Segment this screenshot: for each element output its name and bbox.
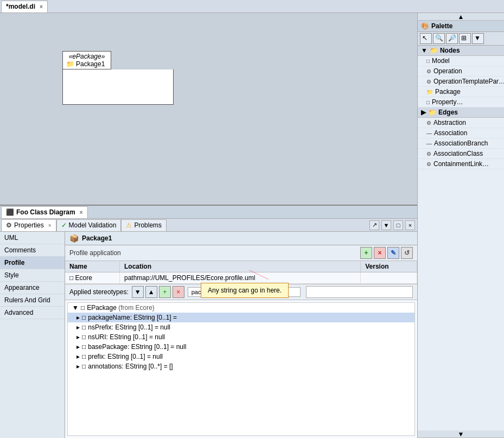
properties-label: Properties (14, 221, 44, 229)
stereo-value-display[interactable] (306, 286, 413, 298)
properties-tab-bar: ⚙ Properties × ✓ Model Validation ⚠ Prob… (0, 219, 417, 232)
properties-tab-close[interactable]: × (48, 223, 52, 228)
scroll-down-icon: ▼ (458, 430, 464, 438)
expand-icon-0: ▼ (72, 304, 79, 312)
tree-label-6: annotations: EString [0..*] = [] (88, 363, 173, 370)
stereo-tree-area: ▼ □ EPackage (from Ecore) ▸ □ packageNam… (65, 300, 417, 438)
stereo-label: Applied stereotypes: (69, 288, 129, 296)
property-label: Property… (432, 98, 463, 106)
model-di-tab[interactable]: *model.di × (1, 1, 48, 12)
assocclass-icon: ⚙ (426, 151, 431, 157)
problems-label: Problems (134, 221, 162, 229)
profile-refresh-btn[interactable]: ↺ (401, 247, 413, 259)
tree-label-3: nsURI: EString [0..1] = null (88, 333, 165, 341)
diagram-canvas-area[interactable]: «ePackage» 📁 Package1 (0, 13, 417, 205)
tab-minimize-btn[interactable]: □ (393, 220, 403, 230)
tree-label-4: basePackage: EString [0..1] = null (88, 343, 186, 351)
style-label: Style (4, 271, 19, 279)
palette-item-optemplate[interactable]: ⚙ OperationTemplatePar… (418, 77, 504, 87)
profile-label: Profile (4, 259, 24, 266)
tab-properties[interactable]: ⚙ Properties × (1, 219, 56, 231)
package-title-name: Package1 (82, 234, 112, 242)
palette-item-model[interactable]: □ Model (418, 56, 504, 66)
tab-icon-buttons: ↗ ▼ □ × (369, 220, 417, 230)
sidebar-item-rulers[interactable]: Rulers And Grid (0, 294, 65, 307)
operation-label: Operation (433, 67, 462, 75)
tree-item-epackage[interactable]: ▼ □ EPackage (from Ecore) (68, 303, 414, 313)
edges-label: Edges (438, 109, 458, 116)
palette-item-assocbranch[interactable]: — AssociationBranch (418, 138, 504, 149)
palette-item-operation[interactable]: ⚙ Operation (418, 66, 504, 77)
package-palette-label: Package (435, 88, 461, 96)
palette-zoomin-btn[interactable]: 🔍 (433, 33, 445, 44)
foo-class-diagram-close[interactable]: × (80, 210, 83, 215)
tree-item-basepackage[interactable]: ▸ □ basePackage: EString [0..1] = null (68, 342, 414, 352)
row-name-text: Ecore (75, 274, 92, 282)
sidebar-item-style[interactable]: Style (0, 269, 65, 282)
palette-edges-header[interactable]: ▶ 📁 Edges (418, 107, 504, 118)
profile-edit-btn[interactable]: ✎ (387, 247, 399, 259)
profile-add-btn[interactable]: + (360, 247, 372, 259)
stereo-del-btn[interactable]: × (173, 286, 184, 298)
containment-label: ContainmentLink… (433, 160, 489, 168)
abstraction-icon: ⚙ (426, 120, 431, 126)
palette-item-containment[interactable]: ⚙ ContainmentLink… (418, 159, 504, 169)
uml-label: UML (4, 234, 18, 242)
containment-icon: ⚙ (426, 161, 431, 167)
tree-item-prefix[interactable]: ▸ □ prefix: EString [0..1] = null (68, 352, 414, 361)
tree-item-nsprefix[interactable]: ▸ □ nsPrefix: EString [0..1] = null (68, 322, 414, 332)
stereo-tree[interactable]: ▼ □ EPackage (from Ecore) ▸ □ packageNam… (67, 302, 415, 436)
palette-nodes-header[interactable]: ▼ 📁 Nodes (418, 46, 504, 56)
foo-class-diagram-tab[interactable]: ⬛ Foo Class Diagram × (1, 206, 88, 218)
stereo-add-btn[interactable]: + (159, 286, 171, 298)
tab-open-btn[interactable]: ↗ (369, 220, 379, 230)
validation-label: Model Validation (69, 221, 117, 229)
diagram-icon: ⬛ (6, 208, 14, 216)
tree-icon-6: □ (82, 363, 86, 370)
tree-bullet-5: ▸ (76, 353, 80, 360)
tab-problems[interactable]: ⚠ Problems (121, 219, 167, 231)
profile-app-label: Profile application (69, 249, 121, 257)
properties-sidebar: UML Comments Profile Style Appearance (0, 232, 65, 438)
package-palette-icon: 📁 (426, 89, 433, 95)
model-di-tab-close[interactable]: × (40, 4, 43, 10)
sidebar-item-appearance[interactable]: Appearance (0, 282, 65, 294)
canvas[interactable]: «ePackage» 📁 Package1 (0, 13, 417, 205)
tab-model-validation[interactable]: ✓ Model Validation (56, 219, 122, 231)
palette-item-association[interactable]: — Association (418, 128, 504, 138)
sidebar-item-uml[interactable]: UML (0, 232, 65, 244)
sidebar-item-advanced[interactable]: Advanced (0, 307, 65, 319)
tree-item-annotations[interactable]: ▸ □ annotations: EString [0..*] = [] (68, 361, 414, 371)
palette-item-package[interactable]: 📁 Package (418, 87, 504, 97)
tree-item-packagename[interactable]: ▸ □ packageName: EString [0..1] = (68, 313, 414, 322)
table-row[interactable]: □ Ecore pathmap://UML_PROFILES/Ecore.pro… (65, 272, 417, 284)
stereo-down-btn[interactable]: ▼ (132, 286, 144, 298)
model-icon: □ (426, 58, 430, 64)
tab-dropdown-btn[interactable]: ▼ (381, 220, 391, 230)
palette-panel: ▲ 🎨 Palette ↖ 🔍 🔎 ⊞ ▼ ▼ 📁 Nodes □ Model … (417, 13, 504, 438)
palette-select-btn[interactable]: ↖ (420, 33, 432, 44)
palette-scroll-down[interactable]: ▼ (418, 430, 504, 438)
palette-zoomout-btn[interactable]: 🔎 (446, 33, 458, 44)
tab-close-btn[interactable]: × (405, 220, 415, 230)
palette-item-abstraction[interactable]: ⚙ Abstraction (418, 118, 504, 128)
palette-item-property[interactable]: □ Property… (418, 97, 504, 107)
profile-remove-btn[interactable]: × (374, 247, 386, 259)
palette-item-assocclass[interactable]: ⚙ AssociationClass (418, 149, 504, 159)
row-icon: □ (69, 274, 73, 282)
palette-grid-btn[interactable]: ⊞ (459, 33, 471, 44)
palette-scroll-up[interactable]: ▲ (418, 13, 504, 21)
sidebar-item-profile[interactable]: Profile (0, 257, 65, 269)
tree-label-5: prefix: EString [0..1] = null (88, 353, 163, 360)
tree-item-nsuri[interactable]: ▸ □ nsURI: EString [0..1] = null (68, 332, 414, 342)
sidebar-item-comments[interactable]: Comments (0, 244, 65, 257)
nodes-folder-icon: 📁 (430, 47, 438, 54)
appearance-label: Appearance (4, 284, 40, 291)
rulers-label: Rulers And Grid (4, 296, 50, 304)
problems-icon: ⚠ (126, 221, 132, 229)
stereo-up-btn[interactable]: ▲ (145, 286, 157, 298)
palette-more-btn[interactable]: ▼ (472, 33, 484, 44)
package-element[interactable]: «ePackage» 📁 Package1 (62, 51, 174, 105)
property-icon: □ (426, 99, 430, 105)
edges-folder-icon: 📁 (428, 109, 436, 116)
